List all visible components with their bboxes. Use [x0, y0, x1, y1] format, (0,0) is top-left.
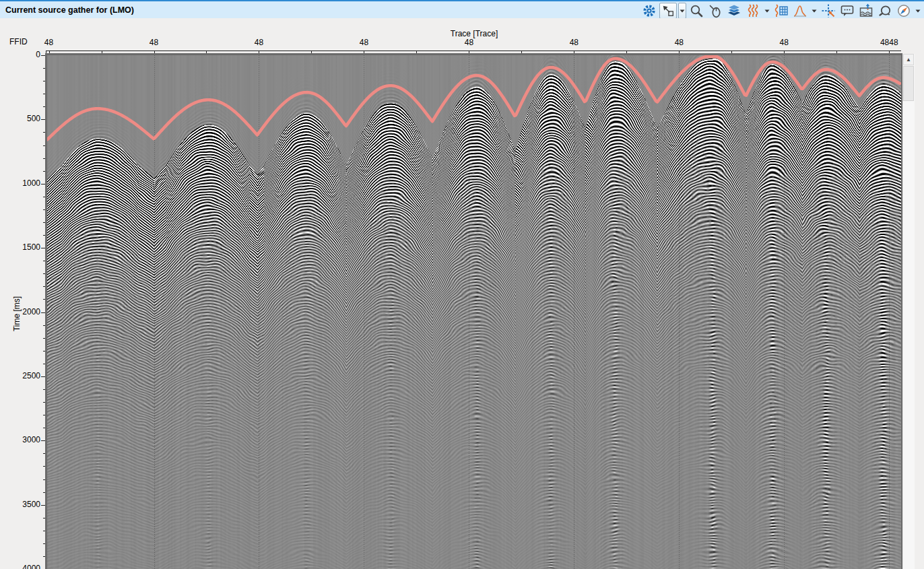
comments-button[interactable] [838, 3, 856, 19]
time-tick-label: 3000 [0, 435, 40, 444]
time-tick-label: 3500 [0, 500, 40, 509]
seismic-image[interactable] [47, 55, 901, 569]
time-tick-label: 0 [0, 50, 40, 59]
compass-button[interactable] [895, 3, 913, 19]
toolbar [640, 2, 922, 19]
scrollbar-thumb[interactable] [903, 66, 914, 101]
mouse-mode-button[interactable] [706, 3, 724, 19]
trace-tick-label: 48 [675, 38, 684, 47]
scroll-up-button[interactable]: ▲ [903, 54, 914, 65]
gear-icon [642, 3, 657, 18]
q-circle-icon [878, 3, 892, 18]
trace-tick-label: 48 [150, 38, 158, 47]
panel-title: Current source gather for (LMO) [0, 5, 134, 15]
trace-tick-label: 48 [465, 38, 473, 47]
fit-arrow-icon [661, 4, 675, 18]
vertical-scrollbar[interactable]: ▲ [902, 54, 915, 569]
fit-display-dropdown[interactable] [678, 3, 686, 19]
histogram-curve-icon [793, 3, 807, 18]
settings-button[interactable] [640, 3, 658, 19]
time-tick-label: 500 [0, 114, 40, 123]
time-tick-label: 2000 [0, 307, 40, 316]
chevron-down-icon [680, 3, 685, 18]
chevron-down-icon [764, 3, 770, 18]
amplitude-curve-button[interactable] [791, 3, 809, 19]
mouse-icon [708, 3, 723, 18]
trace-header-table-button[interactable] [772, 3, 790, 19]
amplitude-curve-dropdown[interactable] [810, 3, 818, 19]
trace-tick-label: 4848 [880, 38, 898, 47]
seismic-plot-frame [45, 53, 902, 569]
trace-axis-line [46, 51, 901, 51]
seismic-display-window: Current source gather for (LMO) [0, 0, 924, 569]
compass-icon [896, 3, 911, 18]
speech-bubble-icon [840, 3, 855, 18]
trace-tick-label: 48 [780, 38, 789, 47]
chevron-down-icon [812, 3, 817, 18]
magnifier-icon [689, 3, 704, 18]
q-tool-button[interactable] [876, 3, 894, 19]
time-tick-label: 2500 [0, 371, 40, 380]
fit-display-button[interactable] [659, 3, 677, 19]
plot-area-container: FFID Trace [Trace] Time [ms] 48484848484… [0, 18, 924, 569]
time-tick-label: 4000 [0, 564, 40, 569]
time-tick-label: 1000 [0, 178, 40, 188]
wiggle-traces-icon [746, 3, 760, 18]
ffid-label: FFID [9, 37, 28, 46]
trace-axis-title: Trace [Trace] [47, 29, 901, 38]
layers-button[interactable] [725, 3, 743, 19]
panel-titlebar[interactable]: Current source gather for (LMO) [0, 0, 924, 18]
trace-tick-label: 48 [570, 38, 579, 47]
trace-tick-label: 48 [255, 38, 263, 47]
trace-tick-label: 48 [44, 38, 53, 47]
compass-dropdown[interactable] [914, 3, 922, 19]
picking-tool-button[interactable] [820, 3, 837, 19]
display-mode-dropdown[interactable] [763, 3, 771, 19]
image-export-icon [859, 3, 873, 18]
time-tick-label: 1500 [0, 242, 40, 252]
display-mode-button[interactable] [744, 3, 762, 19]
export-image-button[interactable] [857, 3, 875, 19]
zoom-button[interactable] [688, 3, 705, 19]
layers-icon [727, 3, 741, 18]
crosshair-pick-icon [821, 3, 836, 18]
wiggle-table-icon [774, 3, 789, 18]
chevron-down-icon [915, 3, 921, 18]
trace-tick-label: 48 [360, 38, 368, 47]
